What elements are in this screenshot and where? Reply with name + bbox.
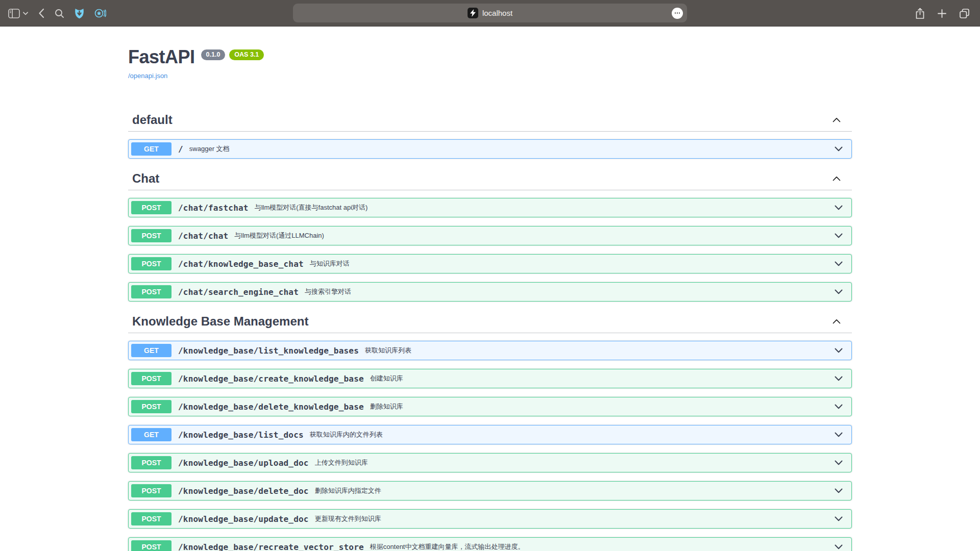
tab-overview-button[interactable]: [959, 8, 970, 19]
chevron-down-icon: [835, 544, 843, 549]
expand-operation-button[interactable]: [828, 261, 849, 266]
openapi-spec-link[interactable]: /openapi.json: [128, 72, 167, 80]
chevron-up-icon: [832, 176, 841, 181]
operation-summary[interactable]: GET /knowledge_base/list_knowledge_bases…: [129, 341, 851, 360]
chevron-down-icon: [835, 488, 843, 493]
operation-description: 与llm模型对话(直接与fastchat api对话): [255, 203, 828, 212]
expand-operation-button[interactable]: [828, 516, 849, 521]
chevron-down-icon: [835, 289, 843, 294]
operations-list: POST /chat/fastchat 与llm模型对话(直接与fastchat…: [128, 190, 852, 302]
chevron-down-icon: [835, 460, 843, 465]
tabs-icon: [959, 8, 970, 19]
search-icon: [55, 9, 64, 18]
expand-operation-button[interactable]: [828, 404, 849, 409]
focus-extension-button[interactable]: [94, 8, 106, 18]
api-operation-row: GET /knowledge_base/list_knowledge_bases…: [128, 341, 852, 360]
reader-options-button[interactable]: [672, 8, 683, 19]
api-info: FastAPI 0.1.0 OAS 3.1 /openapi.json: [128, 27, 852, 80]
operation-description: 获取知识库列表: [365, 346, 828, 355]
tag-header[interactable]: Chat: [128, 167, 852, 190]
tag-header[interactable]: Knowledge Base Management: [128, 310, 852, 333]
operation-path: /: [178, 144, 183, 154]
expand-operation-button[interactable]: [828, 205, 849, 210]
http-method-badge: POST: [131, 400, 172, 413]
api-operation-row: POST /knowledge_base/create_knowledge_ba…: [128, 369, 852, 388]
expand-operation-button[interactable]: [828, 460, 849, 465]
expand-operation-button[interactable]: [828, 348, 849, 353]
chevron-down-icon: [835, 205, 843, 210]
operation-summary[interactable]: POST /knowledge_base/upload_doc 上传文件到知识库: [129, 454, 851, 472]
page-title: FastAPI: [128, 48, 195, 66]
operation-summary[interactable]: POST /knowledge_base/update_doc 更新现有文件到知…: [129, 510, 851, 528]
operation-summary[interactable]: POST /chat/search_engine_chat 与搜索引擎对话: [129, 283, 851, 301]
search-button[interactable]: [55, 9, 64, 18]
expand-operation-button[interactable]: [828, 544, 849, 549]
operation-path: /chat/knowledge_base_chat: [178, 259, 304, 269]
expand-operation-button[interactable]: [828, 376, 849, 381]
collapse-section-button[interactable]: [832, 319, 852, 324]
collapse-section-button[interactable]: [832, 176, 852, 181]
http-method-badge: POST: [131, 540, 172, 551]
operation-description: 创建知识库: [370, 374, 828, 383]
operation-path: /knowledge_base/delete_knowledge_base: [178, 402, 364, 412]
chevron-down-icon: [835, 376, 843, 381]
operation-path: /knowledge_base/recreate_vector_store: [178, 542, 364, 551]
chevron-up-icon: [832, 117, 841, 122]
operation-summary[interactable]: POST /chat/knowledge_base_chat 与知识库对话: [129, 255, 851, 273]
http-method-badge: POST: [131, 257, 172, 270]
expand-operation-button[interactable]: [828, 488, 849, 493]
http-method-badge: POST: [131, 201, 172, 214]
operation-summary[interactable]: POST /chat/chat 与llm模型对话(通过LLMChain): [129, 227, 851, 245]
http-method-badge: POST: [131, 372, 172, 385]
new-tab-button[interactable]: [937, 9, 947, 18]
api-operation-row: POST /knowledge_base/recreate_vector_sto…: [128, 537, 852, 551]
api-operation-row: POST /chat/search_engine_chat 与搜索引擎对话: [128, 282, 852, 302]
http-method-badge: POST: [131, 484, 172, 497]
operation-path: /knowledge_base/list_knowledge_bases: [178, 346, 359, 356]
operation-path: /chat/chat: [178, 231, 228, 241]
expand-operation-button[interactable]: [828, 289, 849, 294]
operation-summary[interactable]: POST /knowledge_base/recreate_vector_sto…: [129, 538, 851, 551]
http-method-badge: GET: [131, 142, 172, 156]
api-tag-section: default GET / swagger 文档: [128, 109, 852, 159]
collapse-section-button[interactable]: [832, 117, 852, 122]
version-badge: 0.1.0: [201, 49, 226, 60]
chevron-down-icon: [835, 432, 843, 437]
chevron-down-icon: [835, 404, 843, 409]
sidebar-icon: [8, 9, 20, 18]
operation-summary[interactable]: GET /knowledge_base/list_docs 获取知识库内的文件列…: [129, 425, 851, 444]
chevron-down-icon: [835, 348, 843, 353]
api-operation-row: POST /knowledge_base/upload_doc 上传文件到知识库: [128, 453, 852, 472]
sidebar-toggle-button[interactable]: [8, 9, 20, 18]
tag-header[interactable]: default: [128, 109, 852, 132]
operation-summary[interactable]: GET / swagger 文档: [129, 140, 851, 158]
back-button[interactable]: [38, 8, 44, 18]
web-page: FastAPI 0.1.0 OAS 3.1 /openapi.json defa…: [0, 27, 980, 551]
chevron-down-icon: [23, 12, 28, 15]
operation-description: 与知识库对话: [310, 259, 828, 268]
site-favicon-icon: [468, 8, 478, 18]
expand-operation-button[interactable]: [828, 233, 849, 238]
operation-summary[interactable]: POST /knowledge_base/delete_knowledge_ba…: [129, 397, 851, 416]
expand-operation-button[interactable]: [828, 432, 849, 437]
operation-description: 获取知识库内的文件列表: [310, 430, 828, 439]
operation-description: 根据content中文档重建向量库，流式输出处理进度。: [370, 542, 828, 551]
address-bar-url: localhost: [482, 9, 512, 17]
api-operation-row: POST /knowledge_base/update_doc 更新现有文件到知…: [128, 509, 852, 529]
address-bar[interactable]: localhost: [293, 4, 687, 22]
http-method-badge: POST: [131, 229, 172, 242]
share-icon: [915, 8, 925, 19]
plus-icon: [937, 9, 947, 18]
api-operation-row: POST /chat/fastchat 与llm模型对话(直接与fastchat…: [128, 198, 852, 217]
operation-summary[interactable]: POST /knowledge_base/create_knowledge_ba…: [129, 369, 851, 388]
expand-operation-button[interactable]: [828, 146, 849, 152]
sidebar-menu-button[interactable]: [23, 12, 28, 15]
tag-title: default: [132, 113, 832, 127]
chevron-down-icon: [835, 146, 843, 152]
operation-summary[interactable]: POST /chat/fastchat 与llm模型对话(直接与fastchat…: [129, 198, 851, 217]
operation-description: 删除知识库内指定文件: [315, 486, 828, 495]
adblock-extension-button[interactable]: [75, 8, 84, 19]
operation-summary[interactable]: POST /knowledge_base/delete_doc 删除知识库内指定…: [129, 482, 851, 500]
operation-path: /chat/search_engine_chat: [178, 287, 299, 297]
share-button[interactable]: [915, 8, 925, 19]
